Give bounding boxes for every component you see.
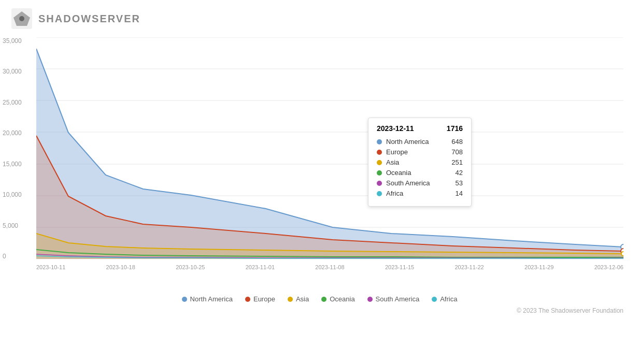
legend-item: South America — [367, 295, 420, 303]
tooltip-label: Africa — [386, 190, 447, 197]
legend-label: Oceania — [330, 295, 354, 303]
chart-svg — [36, 37, 623, 260]
copyright-text: © 2023 The Shadowserver Foundation — [517, 307, 623, 314]
tooltip-dot — [377, 170, 382, 176]
chart-legend: North America Europe Asia Oceania South … — [0, 295, 639, 303]
x-label-nov29: 2023-11-29 — [524, 264, 553, 270]
x-label-dec06: 2023-12-06 — [594, 264, 623, 270]
chart-area: 35,000 30,000 25,000 20,000 15,000 10,00… — [36, 37, 623, 291]
legend-dot — [288, 297, 293, 302]
tooltip-dot — [377, 160, 382, 165]
svg-point-3 — [19, 16, 24, 21]
x-label-oct11: 2023-10-11 — [36, 264, 65, 270]
chart-tooltip: 2023-12-11 1716 North America 648 Europe… — [368, 118, 472, 207]
tooltip-dot — [377, 191, 382, 196]
x-label-nov08: 2023-11-08 — [315, 264, 344, 270]
tooltip-header: 2023-12-11 1716 — [377, 124, 463, 133]
tooltip-row: Asia 251 — [377, 158, 463, 166]
tooltip-rows: North America 648 Europe 708 Asia 251 Oc… — [377, 138, 463, 197]
tooltip-value: 708 — [451, 148, 463, 156]
tooltip-value: 53 — [456, 179, 463, 187]
y-label-15000: 15,000 — [3, 161, 22, 168]
asia-endpoint — [621, 252, 623, 256]
tooltip-label: Europe — [386, 148, 443, 156]
legend-item: Europe — [245, 295, 275, 303]
tooltip-value: 648 — [451, 138, 463, 145]
x-label-nov15: 2023-11-15 — [385, 264, 414, 270]
tooltip-row: Africa 14 — [377, 190, 463, 197]
y-label-30000: 30,000 — [3, 68, 22, 75]
legend-dot — [432, 297, 437, 302]
tooltip-label: Oceania — [386, 169, 447, 177]
tooltip-label: South America — [386, 179, 447, 187]
legend-label: South America — [376, 295, 420, 303]
y-label-0: 0 — [3, 253, 22, 260]
legend-item: Asia — [288, 295, 309, 303]
legend-label: North America — [190, 295, 233, 303]
tooltip-row: Oceania 42 — [377, 169, 463, 177]
y-label-5000: 5,000 — [3, 222, 22, 229]
x-label-nov01: 2023-11-01 — [246, 264, 275, 270]
legend-label: Asia — [296, 295, 309, 303]
legend-item: Africa — [432, 295, 457, 303]
legend-dot — [245, 297, 250, 302]
footer: © 2023 The Shadowserver Foundation — [0, 303, 639, 318]
tooltip-date: 2023-12-11 — [377, 124, 414, 133]
tooltip-total: 1716 — [447, 124, 463, 133]
legend-dot — [182, 297, 187, 302]
y-label-10000: 10,000 — [3, 191, 22, 198]
tooltip-row: Europe 708 — [377, 148, 463, 156]
tooltip-value: 14 — [456, 190, 463, 197]
y-label-25000: 25,000 — [3, 99, 22, 106]
legend-dot — [367, 297, 373, 302]
legend-item: North America — [182, 295, 233, 303]
shadowserver-logo — [10, 7, 33, 30]
y-label-35000: 35,000 — [3, 37, 22, 45]
tooltip-value: 42 — [456, 169, 463, 177]
logo-label: SHADOWSERVER — [38, 13, 140, 25]
legend-dot — [321, 297, 326, 302]
tooltip-dot — [377, 150, 382, 155]
tooltip-label: Asia — [386, 158, 443, 166]
tooltip-label: North America — [386, 138, 443, 145]
x-label-nov22: 2023-11-22 — [455, 264, 484, 270]
tooltip-row: South America 53 — [377, 179, 463, 187]
header: SHADOWSERVER — [0, 0, 639, 37]
y-axis: 35,000 30,000 25,000 20,000 15,000 10,00… — [3, 37, 22, 260]
x-axis: 2023-10-11 2023-10-18 2023-10-25 2023-11… — [36, 264, 623, 270]
legend-label: Africa — [440, 295, 457, 303]
tooltip-dot — [377, 181, 382, 186]
x-label-oct18: 2023-10-18 — [106, 264, 135, 270]
y-label-20000: 20,000 — [3, 129, 22, 137]
x-label-oct25: 2023-10-25 — [176, 264, 205, 270]
legend-label: Europe — [253, 295, 275, 303]
tooltip-dot — [377, 139, 382, 144]
tooltip-row: North America 648 — [377, 138, 463, 145]
legend-item: Oceania — [321, 295, 354, 303]
tooltip-value: 251 — [451, 158, 463, 166]
